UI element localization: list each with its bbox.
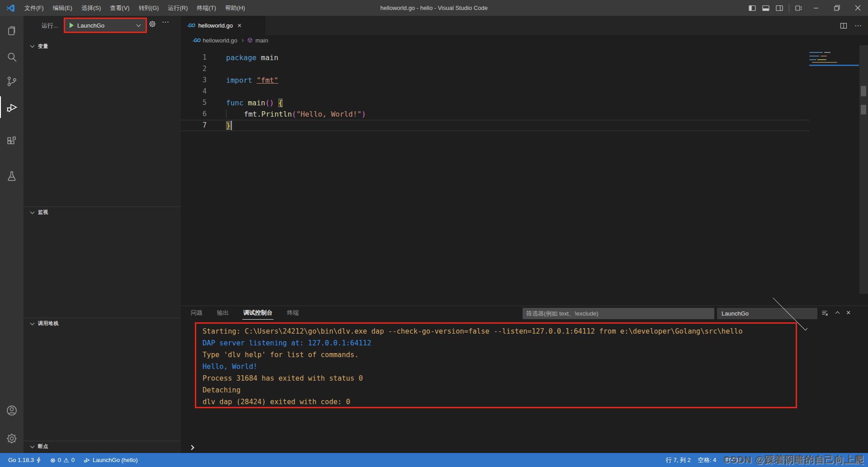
maximize-panel-icon[interactable] xyxy=(836,309,839,317)
launch-config-dropdown[interactable]: LaunchGo xyxy=(64,18,147,33)
console-line: Hello, World! xyxy=(203,361,796,373)
go-file-icon: -GO xyxy=(187,23,195,28)
chevron-down-icon xyxy=(30,43,35,48)
launch-config-label: LaunchGo xyxy=(77,22,137,29)
panel-tab-bar: 问题输出调试控制台终端 xyxy=(190,306,300,320)
debug-console-output[interactable]: Starting: C:\Users\24212\go\bin\dlv.exe … xyxy=(195,322,797,408)
editor-group: -GO helloworld.go × ⋯ -GO helloworld.go … xyxy=(181,16,868,453)
search-icon[interactable] xyxy=(0,46,24,68)
breadcrumb: -GO helloworld.go main xyxy=(181,35,868,45)
explorer-icon[interactable] xyxy=(0,20,24,42)
line-number: 2 xyxy=(181,63,207,75)
start-debugging-icon[interactable] xyxy=(70,23,74,28)
debug-session-status[interactable]: LaunchGo (hello) xyxy=(80,453,142,467)
csdn-watermark: CSDN @踩着阴暗的自己向上爬 xyxy=(723,453,864,467)
console-line: Detaching xyxy=(203,384,796,396)
menu-item[interactable]: 运行(R) xyxy=(163,0,192,16)
panel-tab-item[interactable]: 问题 xyxy=(190,307,203,319)
console-line: DAP server listening at: 127.0.0.1:64112 xyxy=(203,337,796,349)
menu-bar: 文件(F)编辑(E)选择(S)查看(V)转到(G)运行(R)终端(T)帮助(H) xyxy=(20,0,250,16)
line-number: 3 xyxy=(181,75,207,86)
panel-tab-active[interactable]: 调试控制台 xyxy=(242,307,274,320)
menu-item[interactable]: 帮助(H) xyxy=(221,0,250,16)
toggle-panel-icon[interactable] xyxy=(759,0,773,16)
language-server-zap-icon xyxy=(36,457,41,463)
code-editor[interactable]: 1package main23import "fmt"45func main()… xyxy=(181,45,868,306)
activity-bar xyxy=(0,16,24,453)
line-number: 7 xyxy=(181,120,207,131)
customize-layout-icon[interactable] xyxy=(792,0,806,16)
console-line: Type 'dlv help' for list of commands. xyxy=(203,349,796,361)
menu-item[interactable]: 查看(V) xyxy=(105,0,134,16)
line-number: 4 xyxy=(181,86,207,97)
titlebar-separator xyxy=(789,5,789,12)
testing-beaker-icon[interactable] xyxy=(0,165,24,187)
title-bar: 文件(F)编辑(E)选择(S)查看(V)转到(G)运行(R)终端(T)帮助(H)… xyxy=(0,0,868,16)
chevron-down-icon xyxy=(30,209,35,214)
close-tab-icon[interactable]: × xyxy=(237,22,241,30)
menu-item[interactable]: 选择(S) xyxy=(77,0,105,16)
debug-icon xyxy=(84,457,90,463)
menu-item[interactable]: 终端(T) xyxy=(192,0,221,16)
close-window-button[interactable] xyxy=(847,0,868,16)
chevron-right-icon xyxy=(241,38,244,42)
window-title: helloworld.go - hello - Visual Studio Co… xyxy=(380,5,488,11)
split-editor-icon[interactable] xyxy=(840,22,847,29)
minimap-selection xyxy=(809,65,859,66)
restore-button[interactable] xyxy=(826,0,847,16)
toggle-secondary-sidebar-icon[interactable] xyxy=(773,0,786,16)
debug-sidebar: 运行... LaunchGo ⋯ 变量 监视 调用堆栈 断点 xyxy=(24,16,181,453)
section-watch[interactable]: 监视 xyxy=(24,207,181,217)
go-version-status[interactable]: Go 1.18.3 xyxy=(5,453,45,467)
chevron-down-icon xyxy=(30,321,35,325)
source-control-icon[interactable] xyxy=(0,71,24,92)
more-actions-icon[interactable]: ⋯ xyxy=(162,18,170,26)
console-config-dropdown[interactable]: LaunchGo xyxy=(717,308,817,319)
clear-console-icon[interactable] xyxy=(821,309,829,317)
section-variables[interactable]: 变量 xyxy=(24,41,181,52)
toggle-sidebar-icon[interactable] xyxy=(745,0,759,16)
filter-input[interactable]: 筛选器(例如 text、!exclude) xyxy=(523,308,714,319)
error-icon: ⊗ xyxy=(50,457,56,463)
section-call-stack[interactable]: 调用堆栈 xyxy=(24,318,181,329)
console-input-prompt[interactable] xyxy=(190,443,193,451)
accounts-icon[interactable] xyxy=(0,400,24,421)
cursor-position-status[interactable]: 行 7, 列 2 xyxy=(662,453,694,467)
section-breakpoints[interactable]: 断点 xyxy=(24,441,181,452)
text-cursor xyxy=(231,121,232,130)
tab-helloworld-go[interactable]: -GO helloworld.go × xyxy=(181,16,266,35)
console-line: dlv dap (28424) exited with code: 0 xyxy=(203,396,796,408)
vscode-logo-icon xyxy=(5,3,15,13)
menu-item[interactable]: 转到(G) xyxy=(134,0,164,16)
open-launch-json-gear-icon[interactable] xyxy=(148,20,156,28)
run-label: 运行... xyxy=(42,22,58,30)
menu-item[interactable]: 编辑(E) xyxy=(48,0,77,16)
warning-icon: ⚠ xyxy=(63,457,69,463)
close-panel-icon[interactable]: × xyxy=(846,309,850,317)
indentation-status[interactable]: 空格: 4 xyxy=(694,453,720,467)
menu-item[interactable]: 文件(F) xyxy=(20,0,48,16)
settings-gear-icon[interactable] xyxy=(0,428,24,449)
panel-tab-item[interactable]: 终端 xyxy=(286,307,300,319)
line-number: 1 xyxy=(181,52,207,63)
breadcrumb-symbol[interactable]: main xyxy=(247,37,268,44)
symbol-method-icon xyxy=(247,37,253,43)
console-line: Process 31684 has exited with status 0 xyxy=(203,373,796,384)
editor-more-actions-icon[interactable]: ⋯ xyxy=(854,21,862,30)
vscode-window: 文件(F)编辑(E)选择(S)查看(V)转到(G)运行(R)终端(T)帮助(H)… xyxy=(0,0,868,467)
panel-tab-item[interactable]: 输出 xyxy=(216,307,230,319)
bottom-panel: 问题输出调试控制台终端 筛选器(例如 text、!exclude) Launch… xyxy=(181,306,868,453)
minimize-button[interactable] xyxy=(806,0,826,16)
current-line-highlight xyxy=(181,120,809,131)
debug-toolbar: 运行... LaunchGo ⋯ xyxy=(24,16,181,35)
minimap[interactable] xyxy=(809,45,859,306)
extensions-icon[interactable] xyxy=(0,131,24,152)
line-number: 6 xyxy=(181,108,207,120)
console-line: Starting: C:\Users\24212\go\bin\dlv.exe … xyxy=(203,325,796,337)
line-number: 5 xyxy=(181,97,207,108)
problems-status[interactable]: ⊗0 ⚠0 xyxy=(47,453,78,467)
breadcrumb-file[interactable]: -GO helloworld.go xyxy=(193,37,237,44)
editor-scrollbar[interactable] xyxy=(859,45,868,294)
run-and-debug-icon[interactable] xyxy=(0,96,24,118)
chevron-down-icon xyxy=(30,443,35,448)
